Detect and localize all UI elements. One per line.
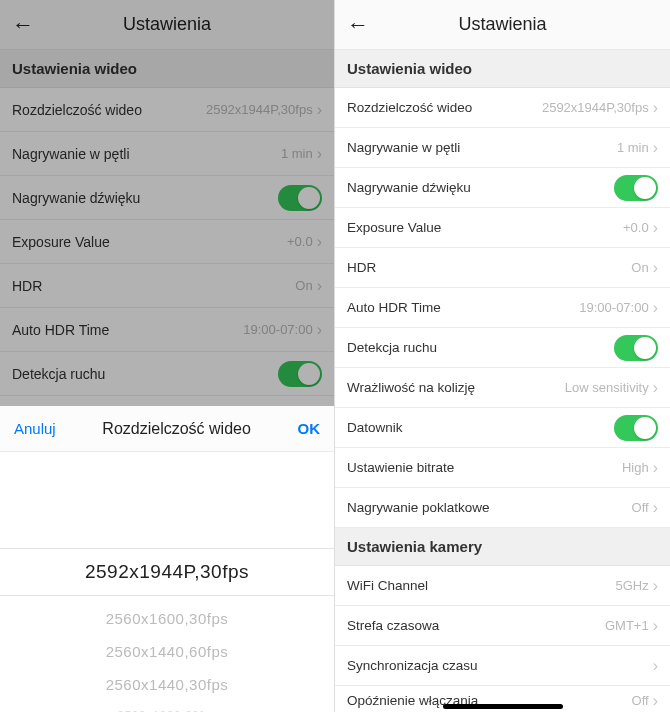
chevron-right-icon: › [653, 658, 658, 674]
header: ← Ustawienia [335, 0, 670, 50]
chevron-right-icon: › [653, 500, 658, 516]
row-label: Auto HDR Time [12, 322, 243, 338]
picker-option[interactable]: 2560x1080,60fps [0, 701, 334, 712]
row-audio[interactable]: Nagrywanie dźwięku [335, 168, 670, 208]
chevron-right-icon: › [653, 693, 658, 709]
row-bitrate[interactable]: Ustawienie bitrate High › [335, 448, 670, 488]
chevron-right-icon: › [653, 460, 658, 476]
chevron-right-icon: › [653, 618, 658, 634]
row-timelapse[interactable]: Nagrywanie poklatkowe Off › [335, 488, 670, 528]
chevron-right-icon: › [653, 100, 658, 116]
row-value: GMT+1 [605, 618, 649, 633]
row-hdr-time[interactable]: Auto HDR Time 19:00-07:00 › [0, 308, 334, 352]
row-label: Nagrywanie dźwięku [12, 190, 278, 206]
row-value: On [295, 278, 312, 293]
row-resolution[interactable]: Rozdzielczość wideo 2592x1944P,30fps › [335, 88, 670, 128]
row-resolution[interactable]: Rozdzielczość wideo 2592x1944P,30fps › [0, 88, 334, 132]
row-label: Exposure Value [347, 220, 623, 235]
row-label: Synchronizacja czasu [347, 658, 649, 673]
ok-button[interactable]: OK [298, 420, 321, 437]
toggle-audio[interactable] [614, 175, 658, 201]
row-value: Low sensitivity [565, 380, 649, 395]
row-label: Detekcja ruchu [12, 366, 278, 382]
row-label: Rozdzielczość wideo [12, 102, 206, 118]
back-icon[interactable]: ← [12, 12, 34, 38]
picker-title: Rozdzielczość wideo [102, 420, 251, 438]
row-motion[interactable]: Detekcja ruchu [335, 328, 670, 368]
row-label: Ustawienie bitrate [347, 460, 622, 475]
picker-wheel[interactable]: 2592x1944P,30fps 2560x1600,30fps 2560x14… [0, 452, 334, 712]
row-value: +0.0 [623, 220, 649, 235]
row-value: Off [632, 693, 649, 708]
row-value: 19:00-07:00 [243, 322, 312, 337]
chevron-right-icon: › [653, 220, 658, 236]
toggle-motion[interactable] [278, 361, 322, 387]
row-label: WiFi Channel [347, 578, 615, 593]
row-value: 1 min [617, 140, 649, 155]
row-audio[interactable]: Nagrywanie dźwięku [0, 176, 334, 220]
row-exposure[interactable]: Exposure Value +0.0 › [335, 208, 670, 248]
page-title: Ustawienia [123, 14, 211, 35]
chevron-right-icon: › [653, 260, 658, 276]
row-value: 19:00-07:00 [579, 300, 648, 315]
row-value: 1 min [281, 146, 313, 161]
row-label: Exposure Value [12, 234, 287, 250]
row-exposure[interactable]: Exposure Value +0.0 › [0, 220, 334, 264]
picker-option[interactable]: 2560x1440,30fps [0, 668, 334, 701]
toggle-audio[interactable] [278, 185, 322, 211]
row-label: HDR [12, 278, 295, 294]
chevron-right-icon: › [317, 234, 322, 250]
picker-option-selected[interactable]: 2592x1944P,30fps [0, 548, 334, 596]
chevron-right-icon: › [317, 278, 322, 294]
page-title: Ustawienia [458, 14, 546, 35]
row-label: Nagrywanie w pętli [347, 140, 617, 155]
chevron-right-icon: › [653, 380, 658, 396]
row-value: On [631, 260, 648, 275]
toggle-motion[interactable] [614, 335, 658, 361]
row-label: Detekcja ruchu [347, 340, 614, 355]
row-timesync[interactable]: Synchronizacja czasu › [335, 646, 670, 686]
cancel-button[interactable]: Anuluj [14, 420, 56, 437]
row-label: Strefa czasowa [347, 618, 605, 633]
row-value: High [622, 460, 649, 475]
home-indicator [443, 704, 563, 709]
row-loop[interactable]: Nagrywanie w pętli 1 min › [0, 132, 334, 176]
row-value: 2592x1944P,30fps [542, 100, 649, 115]
row-label: Wrażliwość na kolizję [347, 380, 565, 395]
chevron-right-icon: › [653, 300, 658, 316]
row-hdr[interactable]: HDR On › [0, 264, 334, 308]
chevron-right-icon: › [317, 102, 322, 118]
row-label: Rozdzielczość wideo [347, 100, 542, 115]
row-label: Auto HDR Time [347, 300, 579, 315]
row-value: Off [632, 500, 649, 515]
row-wifi[interactable]: WiFi Channel 5GHz › [335, 566, 670, 606]
screen-left: ← Ustawienia Ustawienia wideo Rozdzielcz… [0, 0, 335, 712]
row-datestamp[interactable]: Datownik [335, 408, 670, 448]
section-video: Ustawienia wideo [0, 50, 334, 88]
picker-sheet: Anuluj Rozdzielczość wideo OK 2592x1944P… [0, 406, 334, 712]
toggle-datestamp[interactable] [614, 415, 658, 441]
row-value: 5GHz [615, 578, 648, 593]
chevron-right-icon: › [317, 322, 322, 338]
row-value: 2592x1944P,30fps [206, 102, 313, 117]
row-motion[interactable]: Detekcja ruchu [0, 352, 334, 396]
row-loop[interactable]: Nagrywanie w pętli 1 min › [335, 128, 670, 168]
row-collision[interactable]: Wrażliwość na kolizję Low sensitivity › [335, 368, 670, 408]
row-label: Datownik [347, 420, 614, 435]
chevron-right-icon: › [317, 146, 322, 162]
back-icon[interactable]: ← [347, 12, 369, 38]
picker-option[interactable]: 2560x1440,60fps [0, 635, 334, 668]
header: ← Ustawienia [0, 0, 334, 50]
row-timezone[interactable]: Strefa czasowa GMT+1 › [335, 606, 670, 646]
row-label: Nagrywanie dźwięku [347, 180, 614, 195]
row-hdr[interactable]: HDR On › [335, 248, 670, 288]
chevron-right-icon: › [653, 578, 658, 594]
row-label: Nagrywanie poklatkowe [347, 500, 632, 515]
row-hdr-time[interactable]: Auto HDR Time 19:00-07:00 › [335, 288, 670, 328]
picker-option[interactable]: 2560x1600,30fps [0, 602, 334, 635]
section-camera: Ustawienia kamery [335, 528, 670, 566]
row-label: Nagrywanie w pętli [12, 146, 281, 162]
section-video: Ustawienia wideo [335, 50, 670, 88]
screen-right: ← Ustawienia Ustawienia wideo Rozdzielcz… [335, 0, 670, 712]
chevron-right-icon: › [653, 140, 658, 156]
